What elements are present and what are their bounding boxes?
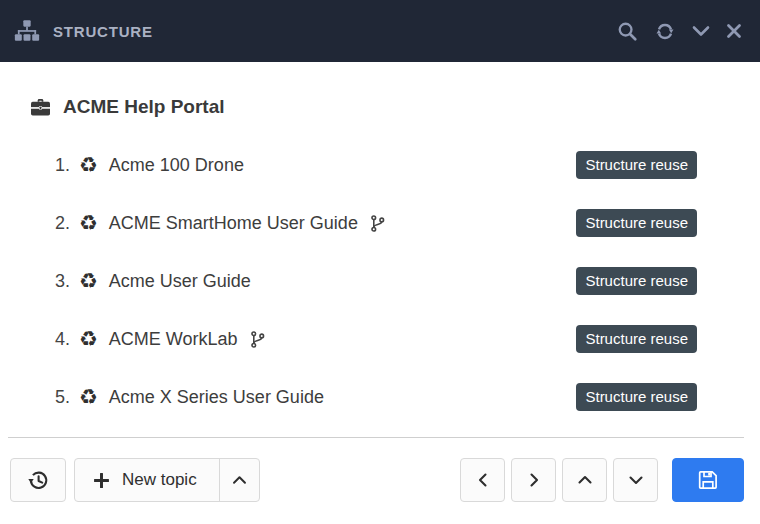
topic-row[interactable]: 1. ♻ Acme 100 Drone Structure reuse [0, 136, 760, 194]
footer-divider [8, 437, 744, 438]
navigation-group [460, 458, 744, 502]
structure-reuse-badge: Structure reuse [576, 209, 697, 237]
history-button[interactable] [10, 458, 66, 502]
structure-tree: ACME Help Portal 1. ♻ Acme 100 Drone Str… [0, 62, 760, 437]
topic-title[interactable]: Acme X Series User Guide [109, 387, 324, 408]
topic-title[interactable]: Acme User Guide [109, 271, 251, 292]
topic-number: 5. [55, 387, 79, 408]
recycle-icon: ♻ [79, 329, 98, 350]
sitemap-icon [14, 19, 40, 44]
code-branch-icon [250, 331, 265, 348]
structure-reuse-badge: Structure reuse [576, 325, 697, 353]
search-icon[interactable] [617, 21, 638, 42]
root-topic-row[interactable]: ACME Help Portal [0, 78, 760, 136]
topic-row[interactable]: 4. ♻ ACME WorkLab Structure reuse [0, 310, 760, 368]
footer-toolbar: New topic [0, 437, 760, 524]
topic-row[interactable]: 3. ♻ Acme User Guide Structure reuse [0, 252, 760, 310]
move-up-button[interactable] [562, 458, 607, 502]
structure-reuse-badge: Structure reuse [576, 151, 697, 179]
header-actions [617, 21, 742, 42]
topic-title[interactable]: Acme 100 Drone [109, 155, 244, 176]
new-topic-button[interactable]: New topic [75, 459, 219, 501]
topic-number: 4. [55, 329, 79, 350]
panel-header: STRUCTURE [0, 0, 760, 62]
move-left-button[interactable] [460, 458, 505, 502]
move-right-button[interactable] [511, 458, 556, 502]
plus-icon [93, 472, 110, 489]
topic-number: 3. [55, 271, 79, 292]
topic-number: 1. [55, 155, 79, 176]
code-branch-icon [370, 215, 385, 232]
topic-title[interactable]: ACME WorkLab [109, 329, 238, 350]
move-down-button[interactable] [613, 458, 658, 502]
root-topic-title[interactable]: ACME Help Portal [63, 96, 225, 118]
new-topic-menu-button[interactable] [219, 459, 259, 501]
close-icon[interactable] [726, 23, 742, 39]
new-topic-split-button: New topic [74, 458, 260, 502]
topic-row[interactable]: 5. ♻ Acme X Series User Guide Structure … [0, 368, 760, 426]
save-floppy-icon [696, 468, 720, 492]
recycle-icon: ♻ [79, 271, 98, 292]
topic-number: 2. [55, 213, 79, 234]
recycle-icon: ♻ [79, 213, 98, 234]
save-button[interactable] [672, 458, 744, 502]
new-topic-label: New topic [122, 470, 197, 490]
topic-title[interactable]: ACME SmartHome User Guide [109, 213, 358, 234]
recycle-icon: ♻ [79, 155, 98, 176]
briefcase-icon [30, 98, 51, 117]
topic-list: 1. ♻ Acme 100 Drone Structure reuse 2. ♻… [0, 136, 760, 426]
topic-row[interactable]: 2. ♻ ACME SmartHome User Guide Structure… [0, 194, 760, 252]
recycle-icon: ♻ [79, 387, 98, 408]
chevron-down-icon[interactable] [692, 25, 710, 37]
refresh-icon[interactable] [654, 21, 676, 42]
panel-title: STRUCTURE [53, 23, 153, 40]
structure-reuse-badge: Structure reuse [576, 383, 697, 411]
structure-panel: STRUCTURE [0, 0, 760, 524]
structure-reuse-badge: Structure reuse [576, 267, 697, 295]
